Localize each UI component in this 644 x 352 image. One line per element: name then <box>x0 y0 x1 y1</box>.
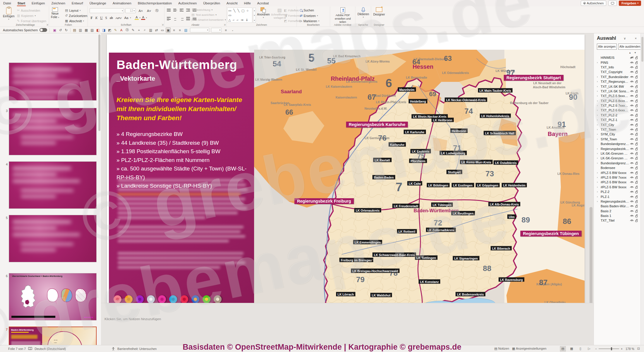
clipboard-icon[interactable]: ▦ <box>84 27 89 32</box>
unlock-icon[interactable] <box>634 142 639 146</box>
slide-thumbnail-4[interactable] <box>9 161 97 209</box>
unlock-icon[interactable] <box>634 180 639 184</box>
unlock-icon[interactable] <box>634 128 639 131</box>
selection-pane-item[interactable]: ›LK-SK-Grenzen BW <box>597 151 640 156</box>
selection-pane-item[interactable]: ›PINS <box>597 60 640 65</box>
chevron-down-icon[interactable]: ∨ <box>622 37 627 40</box>
fill-color-icon[interactable]: ◧ <box>95 27 100 32</box>
slide-thumbnail-6[interactable]: Übersichtskarte Deutschland + Baden-Würt… <box>9 273 97 320</box>
unlock-icon[interactable] <box>634 61 639 64</box>
dialog-launcher-icon[interactable]: ⇲ <box>162 23 164 26</box>
show-all-button[interactable]: Alle anzeigen <box>597 44 617 50</box>
eye-hidden-icon[interactable] <box>629 56 634 59</box>
selection-pane-item[interactable]: HINWEIS <box>597 55 640 60</box>
eye-icon[interactable] <box>629 200 634 203</box>
eye-icon[interactable] <box>629 104 634 107</box>
record-button[interactable]: Aufzeichnen <box>581 1 607 6</box>
qat-overflow-icon[interactable]: ⌄ <box>230 27 235 32</box>
selection-pane-item[interactable]: TXT_Titel <box>597 218 640 223</box>
eye-icon[interactable] <box>629 210 634 213</box>
menu-tab-acrobat[interactable]: Acrobat <box>254 0 272 6</box>
unlock-icon[interactable] <box>634 147 639 151</box>
copy-button[interactable]: ▥Kopieren▾ <box>17 14 36 18</box>
highlight-color-button[interactable]: A <box>135 16 139 20</box>
selection-pane-item[interactable]: TXT_Copyright <box>597 70 640 74</box>
selection-pane-item[interactable]: ›#PLZ-5 BW 6xxxx <box>597 170 640 175</box>
selection-pane-item[interactable]: ›#PLZ-5 BW 7xxxx <box>597 175 640 180</box>
clear-formatting-button[interactable]: Ⓐ <box>154 8 160 13</box>
reset-button[interactable]: ↺Zurücksetzen <box>65 14 87 18</box>
unlock-icon[interactable] <box>634 113 639 117</box>
reading-view-button[interactable]: ▯ <box>578 346 583 351</box>
eye-icon[interactable] <box>629 66 634 69</box>
underline-button[interactable]: U <box>99 16 104 20</box>
dictate-button[interactable]: Diktieren▾ <box>357 7 370 18</box>
format-painter-icon[interactable]: ✎ <box>113 27 118 32</box>
text-direction-button[interactable]: ⇅Textrichtung▾ <box>191 8 213 12</box>
selection-pane-item[interactable]: ›TXT_PLZ-2 <box>597 113 640 118</box>
text-box-icon[interactable]: ▭ <box>160 27 165 32</box>
selection-pane-item[interactable]: ›TXT_Regierungsbezirke <box>597 79 640 84</box>
unlock-icon[interactable] <box>634 80 639 83</box>
slide-thumbnail-2[interactable] <box>9 63 97 101</box>
slideshow-button[interactable]: ▷ <box>586 346 592 351</box>
eye-icon[interactable] <box>629 186 634 189</box>
shape-outline-icon[interactable]: ◨ <box>101 27 106 32</box>
expander-icon[interactable]: › <box>597 138 600 141</box>
selection-pane-item[interactable]: ›TXT_Town <box>597 127 640 132</box>
menu-tab-ansicht[interactable]: Ansicht <box>223 0 241 6</box>
display-settings-button[interactable]: ▦ Anzeigeeinstellungen <box>512 347 546 351</box>
spellcheck-book-icon[interactable] <box>28 347 32 350</box>
unlock-icon[interactable] <box>634 85 639 88</box>
selection-pane-item[interactable]: ›#PLZ-5 BW 8xxxx <box>597 180 640 184</box>
selection-pane-item[interactable]: ›#PLZ-5 BW 9xxxx <box>597 185 640 189</box>
close-icon[interactable]: × <box>633 37 638 40</box>
font-name-select[interactable]: ▾ <box>90 8 124 13</box>
autosave-toggle[interactable] <box>40 28 47 32</box>
comments-button[interactable] <box>608 1 617 6</box>
columns-icon[interactable]: ▥ <box>148 27 153 32</box>
new-slide-button[interactable]: NeueFolie ▾ <box>51 7 59 19</box>
eye-icon[interactable] <box>629 138 634 141</box>
eye-icon[interactable] <box>629 152 634 155</box>
notes-placeholder[interactable]: Klicken Sie, um Notizen hinzuzufügen <box>105 317 161 321</box>
align-right-icon[interactable] <box>180 17 184 20</box>
align-objects-icon[interactable]: ≡ <box>172 27 177 32</box>
expander-icon[interactable]: › <box>597 75 600 78</box>
font-size-select[interactable]: 12▾ <box>125 8 136 13</box>
hide-all-button[interactable]: Alle ausblenden <box>618 44 641 50</box>
menu-tab-entwurf[interactable]: Entwurf <box>68 0 86 6</box>
selection-pane-item[interactable]: ›TXT_PLZ-1 <box>597 118 640 122</box>
expander-icon[interactable]: › <box>597 114 600 117</box>
shapes-gallery[interactable]: ▭ ╲ ╲ ▢ ○ ▭△ ⌐ ⌐ ⇒ ⇓ ⌂☆ ◠ ◡ { } ⋆ <box>227 8 252 23</box>
dialog-launcher-icon[interactable]: ⇲ <box>46 23 48 26</box>
selection-pane-item[interactable]: ›LK-SK-Grenzen Sonstige <box>597 156 640 161</box>
eye-icon[interactable] <box>629 80 634 83</box>
character-spacing-button[interactable]: A⇄V <box>114 16 123 20</box>
slide-scrollbar[interactable] <box>590 34 592 339</box>
expander-icon[interactable]: › <box>597 128 600 131</box>
expander-icon[interactable]: › <box>597 176 600 179</box>
unlock-icon[interactable] <box>634 99 639 103</box>
selection-pane-scrollbar[interactable] <box>640 33 644 345</box>
expander-icon[interactable]: › <box>597 109 600 112</box>
qat-font-select[interactable]: ▾ <box>190 28 209 32</box>
qat-size-select[interactable]: ▾ <box>211 28 222 32</box>
eye-icon[interactable] <box>629 214 634 217</box>
selection-pane-item[interactable]: ›TXT_Bundesländer <box>597 75 640 79</box>
unlock-icon[interactable] <box>634 166 639 170</box>
unlock-icon[interactable] <box>634 89 639 93</box>
menu-tab-animationen[interactable]: Animationen <box>109 0 135 6</box>
unlock-icon[interactable] <box>634 171 639 175</box>
menu-tab-übergänge[interactable]: Übergänge <box>86 0 109 6</box>
distribute-icon[interactable]: ≡ <box>177 27 182 32</box>
selection-pane-item[interactable]: Basis 1 <box>597 213 640 218</box>
normal-view-button[interactable]: ▤ <box>560 346 566 351</box>
expander-icon[interactable]: › <box>597 123 600 126</box>
eye-icon[interactable] <box>629 109 634 112</box>
slide-thumbnail-7[interactable]: Baden-Württemberg●●●●●●●●▪▪ ▪ ▪▪▪ ▪▪ ▪▪▪… <box>9 327 97 345</box>
notes-toggle[interactable]: ▤ Notizen <box>494 347 509 351</box>
expander-icon[interactable]: › <box>597 61 600 64</box>
numbering-icon[interactable] <box>173 9 177 11</box>
redo-icon[interactable]: ↻ <box>64 27 69 32</box>
